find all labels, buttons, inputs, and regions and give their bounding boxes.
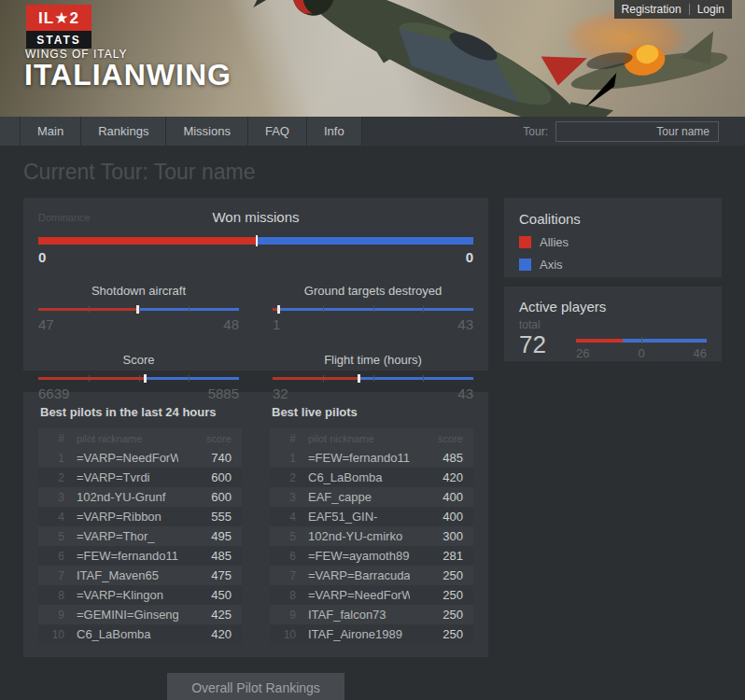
pilot-nickname-link[interactable]: EAF_cappe — [296, 490, 410, 504]
pilot-score: 475 — [199, 568, 242, 582]
nav-items: Main Rankings Missions FAQ Info — [21, 117, 362, 146]
table-row[interactable]: 10 ITAF_Airone1989 250 — [270, 624, 473, 644]
table-row[interactable]: 2 =VARP=Tvrdi 600 — [38, 468, 242, 487]
registration-link[interactable]: Registration — [622, 3, 682, 16]
stat-block: Flight time (hours) 32 — [273, 353, 473, 401]
nav-item[interactable]: Main — [21, 117, 81, 146]
pilot-score: 400 — [430, 510, 473, 524]
table-row[interactable]: 5 =VARP=Thor_ 495 — [38, 526, 242, 546]
pilot-nickname-link[interactable]: ITAF_Airone1989 — [296, 627, 410, 641]
allies-count: 26 — [576, 346, 589, 360]
pilot-nickname-link[interactable]: =VARP=Klingon — [64, 588, 178, 602]
stat-left-value: 1 — [273, 316, 280, 332]
pilot-rank: 5 — [38, 530, 64, 543]
tour-select-value: Tour name — [656, 125, 710, 138]
total-label: total — [519, 318, 546, 331]
table-body: 1 =VARP=NeedForWD40 740 2 — [38, 448, 242, 644]
pilot-nickname-link[interactable]: =VARP=NeedForWD40 — [64, 451, 178, 465]
table-row[interactable]: 2 C6_LaBomba 420 — [270, 468, 473, 487]
table-row[interactable]: 9 =GEMINI=Ginsengbtf_RED 425 — [38, 605, 242, 624]
pilot-rank: 3 — [270, 491, 296, 504]
table-row[interactable]: 8 =VARP=NeedForWD40 250 — [270, 585, 473, 605]
pilot-score: 740 — [199, 451, 242, 465]
stat-block: Ground targets destroyed 1 — [273, 284, 473, 332]
nav-item[interactable]: Info — [307, 117, 362, 146]
table-row[interactable]: 10 C6_LaBomba 420 — [38, 624, 242, 644]
coalition-color-swatch — [519, 236, 531, 248]
stat-bar — [273, 377, 473, 380]
bar-tick — [373, 375, 374, 382]
tour-selector-group: Tour: Tour name — [523, 117, 745, 146]
table-row[interactable]: 4 EAF51_GIN- 400 — [270, 507, 473, 526]
won-missions-bar-red — [38, 237, 256, 245]
table-row[interactable]: 5 102nd-YU-cmirko 300 — [270, 526, 473, 546]
stat-right-value: 5885 — [208, 385, 239, 401]
pilot-nickname-link[interactable]: C6_LaBomba — [296, 470, 410, 484]
nav-item[interactable]: FAQ — [248, 117, 307, 146]
table-row[interactable]: 7 ITAF_Maven65 475 — [38, 566, 242, 585]
pilot-nickname-link[interactable]: =VARP=Ribbon — [64, 510, 178, 524]
axis-count: 46 — [694, 346, 707, 360]
pilot-score: 495 — [199, 529, 242, 543]
bar-tick — [189, 375, 190, 382]
table-row[interactable]: 4 =VARP=Ribbon 555 — [38, 507, 242, 526]
table-row[interactable]: 7 =VARP=Barracuda44 250 — [270, 566, 473, 585]
pilot-nickname-link[interactable]: =VARP=Barracuda44 — [296, 568, 410, 582]
dominance-label: Dominance — [38, 212, 91, 223]
pilot-rank: 6 — [270, 550, 296, 563]
page-content: Current Tour: Tour name Dominance Won mi… — [0, 160, 745, 700]
wing-name: ITALIANWING — [24, 58, 232, 92]
pilot-nickname-link[interactable]: =FEW=ayamoth89 — [296, 549, 410, 563]
table-row[interactable]: 3 EAF_cappe 400 — [270, 487, 473, 507]
site-logo[interactable]: IL★2 STATS — [26, 5, 91, 49]
pilot-nickname-link[interactable]: =FEW=fernando11 — [296, 451, 410, 465]
pilot-nickname-link[interactable]: ITAF_falcon73 — [296, 608, 410, 622]
best-pilots-panel: Best pilots in the last 24 hours # pilot… — [23, 392, 488, 657]
pilot-rank: 3 — [38, 491, 64, 504]
logo-il2: IL★2 — [26, 5, 91, 31]
pilot-nickname-link[interactable]: =VARP=Tvrdi — [64, 470, 178, 484]
pilot-nickname-link[interactable]: =FEW=fernando11 — [64, 549, 178, 563]
pilot-nickname-link[interactable]: C6_LaBomba — [64, 627, 178, 641]
active-players-panel: Active players total 72 26 0 — [504, 287, 722, 361]
overall-pilot-rankings-button[interactable]: Overall Pilot Rankings — [167, 673, 344, 700]
pilot-score: 425 — [199, 608, 242, 622]
table-row[interactable]: 6 =FEW=fernando11 485 — [38, 546, 242, 566]
pilot-rank: 1 — [270, 452, 296, 465]
pilot-nickname-link[interactable]: =VARP=NeedForWD40 — [296, 588, 410, 602]
rank-header: # — [270, 432, 296, 445]
bar-tick — [423, 306, 424, 313]
pilot-nickname-link[interactable]: ITAF_Maven65 — [64, 568, 178, 582]
table-header-row: # pilot nickname score — [38, 428, 242, 448]
pilot-nickname-link[interactable]: EAF51_GIN- — [296, 510, 410, 524]
tour-select[interactable]: Tour name — [555, 121, 719, 142]
table-row[interactable]: 8 =VARP=Klingon 450 — [38, 585, 242, 605]
stat-right-value: 43 — [457, 316, 473, 332]
stat-right-value: 48 — [223, 316, 239, 332]
pilot-rank: 9 — [270, 609, 296, 622]
table-row[interactable]: 1 =VARP=NeedForWD40 740 — [38, 448, 242, 468]
pilot-nickname-link[interactable]: 102nd-YU-Grunf — [64, 490, 178, 504]
table-row[interactable]: 3 102nd-YU-Grunf 600 — [38, 487, 242, 507]
pilot-nickname-link[interactable]: =VARP=Thor_ — [64, 529, 178, 543]
stat-left-value: 47 — [38, 316, 54, 332]
login-link[interactable]: Login — [697, 3, 724, 16]
total-value: 72 — [519, 331, 546, 358]
nav-item-label: Main — [37, 124, 63, 138]
pilot-nickname-link[interactable]: 102nd-YU-cmirko — [296, 529, 410, 543]
stat-left-value: 6639 — [38, 385, 69, 401]
pilot-rank: 4 — [270, 511, 296, 524]
pilot-score: 300 — [430, 529, 473, 543]
nav-item[interactable]: Missions — [166, 117, 248, 146]
table-row[interactable]: 9 ITAF_falcon73 250 — [270, 605, 473, 624]
nav-item[interactable]: Rankings — [81, 117, 166, 146]
table-row[interactable]: 1 =FEW=fernando11 485 — [270, 448, 473, 468]
pilot-score: 250 — [430, 608, 473, 622]
table-title: Best live pilots — [272, 405, 473, 419]
stat-bar-thumb — [277, 305, 280, 314]
burning-plane-image — [555, 11, 744, 117]
table-row[interactable]: 6 =FEW=ayamoth89 281 — [270, 546, 473, 566]
won-missions-left-value: 0 — [38, 249, 46, 265]
page-title: Current Tour: Tour name — [23, 160, 722, 185]
pilot-nickname-link[interactable]: =GEMINI=Ginsengbtf_RED — [64, 608, 178, 622]
